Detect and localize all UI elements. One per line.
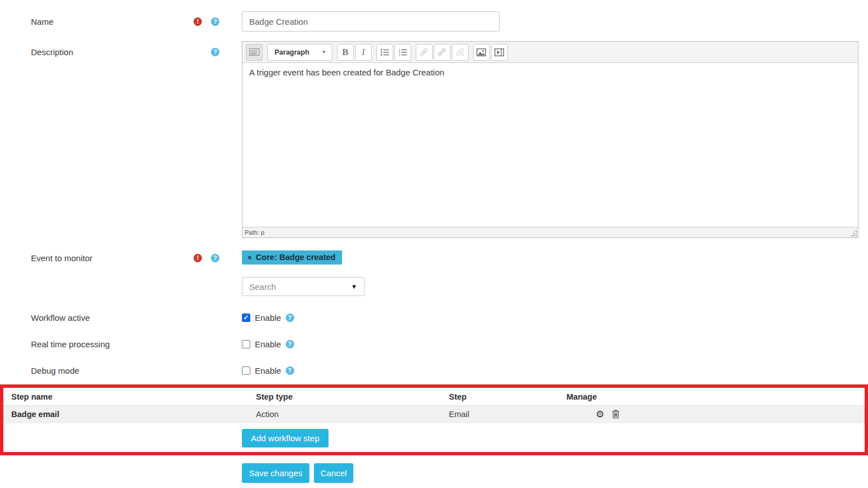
resize-grip[interactable] — [851, 230, 857, 237]
enable-label: Enable — [255, 339, 281, 349]
required-icon: ! — [194, 17, 202, 26]
ordered-list-icon[interactable]: 123 — [394, 44, 411, 61]
gear-icon[interactable]: ⚙ — [596, 410, 604, 419]
workflow-active-checkbox[interactable] — [242, 314, 250, 322]
unordered-list-icon[interactable] — [376, 44, 393, 61]
insert-image-icon[interactable] — [473, 44, 490, 61]
col-step-type: Step type — [256, 388, 449, 406]
enable-label: Enable — [255, 366, 281, 375]
help-icon[interactable]: ? — [286, 366, 294, 375]
help-icon[interactable]: ? — [211, 254, 219, 262]
event-field-row: Event to monitor ! ? × Core: Badge creat… — [0, 250, 868, 296]
required-icon: ! — [194, 254, 202, 262]
cancel-button[interactable]: Cancel — [314, 463, 353, 483]
chevron-down-icon: ▼ — [322, 50, 326, 55]
step-name-cell: Badge email — [3, 406, 256, 423]
debug-mode-label: Debug mode — [31, 366, 79, 375]
step-cell: Email — [449, 406, 566, 423]
step-type-cell: Action — [256, 406, 449, 423]
col-step: Step — [449, 388, 566, 406]
help-icon[interactable]: ? — [211, 48, 219, 56]
help-icon[interactable]: ? — [286, 340, 294, 348]
realtime-processing-checkbox[interactable] — [242, 340, 250, 348]
selected-event-label: Core: Badge created — [256, 253, 336, 262]
trash-icon[interactable] — [612, 410, 619, 419]
workflow-steps-panel: Step name Step type Step Manage Badge em… — [0, 384, 868, 455]
workflow-edit-form: Name ! ? Description ? — [0, 0, 868, 483]
event-label: Event to monitor — [31, 253, 92, 263]
description-label-col: Description ? — [0, 41, 242, 62]
debug-mode-row: Debug mode Enable ? — [0, 366, 868, 375]
table-row: Badge email Action Email ⚙ — [3, 406, 865, 423]
auto-link-off-icon — [452, 44, 469, 61]
name-field-row: Name ! ? — [0, 0, 868, 32]
realtime-processing-row: Real time processing Enable ? — [0, 339, 868, 349]
steps-table: Step name Step type Step Manage Badge em… — [3, 388, 865, 423]
remove-tag-icon[interactable]: × — [248, 253, 252, 262]
help-icon[interactable]: ? — [286, 314, 294, 322]
link-icon — [416, 44, 433, 61]
selected-event-tag[interactable]: × Core: Badge created — [242, 250, 342, 265]
name-input[interactable] — [242, 11, 500, 32]
editor-path: Path: p — [245, 229, 264, 236]
editor-status-bar: Path: p — [242, 227, 858, 238]
editor-content[interactable]: A trigger event has been created for Bad… — [242, 63, 858, 227]
enable-label: Enable — [255, 313, 281, 323]
rich-text-editor: Paragraph ▼ B I — [242, 41, 858, 238]
insert-media-icon[interactable] — [491, 44, 508, 61]
form-actions: Save changes Cancel — [242, 463, 868, 483]
unlink-icon — [434, 44, 451, 61]
debug-mode-checkbox[interactable] — [242, 366, 250, 375]
realtime-processing-label: Real time processing — [31, 339, 110, 349]
col-step-name: Step name — [3, 388, 256, 406]
col-manage: Manage — [566, 388, 865, 406]
paragraph-format-select[interactable]: Paragraph ▼ — [267, 44, 332, 61]
description-label: Description — [31, 47, 73, 57]
name-label: Name — [31, 17, 53, 26]
toggle-toolbar-icon[interactable] — [246, 44, 263, 61]
help-icon[interactable]: ? — [211, 17, 219, 26]
bold-button[interactable]: B — [337, 44, 354, 61]
workflow-active-label: Workflow active — [31, 313, 90, 323]
svg-text:3: 3 — [398, 53, 400, 56]
event-search-select[interactable]: Search ▼ — [242, 277, 365, 296]
manage-cell: ⚙ — [566, 406, 865, 423]
description-field-row: Description ? — [0, 41, 868, 238]
editor-toolbar: Paragraph ▼ B I — [242, 42, 858, 63]
italic-button[interactable]: I — [355, 44, 372, 61]
save-button[interactable]: Save changes — [242, 463, 309, 483]
add-workflow-step-button[interactable]: Add workflow step — [242, 429, 329, 447]
paragraph-format-value: Paragraph — [275, 48, 309, 56]
dropdown-arrow-icon: ▼ — [351, 283, 357, 290]
event-label-col: Event to monitor ! ? — [0, 250, 242, 266]
workflow-active-row: Workflow active Enable ? — [0, 313, 868, 323]
steps-table-header: Step name Step type Step Manage — [3, 388, 865, 406]
event-search-placeholder: Search — [249, 282, 351, 292]
name-label-col: Name ! ? — [0, 11, 242, 32]
